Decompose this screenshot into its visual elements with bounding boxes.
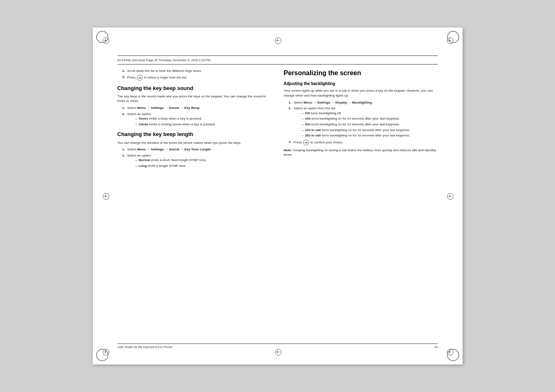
section2-step1: Select Menu → Settings → Sound → Key Ton… [122,147,272,152]
reg-mark-mr [446,192,454,200]
reg-mark-bm [274,348,281,355]
circle-mark-br [447,349,459,361]
option-30s-in-call: 30s in call turns backlighting on for 10… [302,133,438,138]
backlight-step3: Press ok to confirm your choice. [289,140,438,145]
section2-step1-bold: Menu → Settings → Sound → Key Tone Lengt… [137,148,211,151]
content-area: Scroll down the list to hear the differe… [117,69,438,338]
reg-mark-tm [274,37,281,44]
section2-option-long: Long emits a longer DTMF tone. [136,164,272,168]
section2-steps: Select Menu → Settings → Sound → Key Ton… [122,147,272,168]
section2-step2: Select an option: Normal emits a short, … [122,153,272,168]
right-column: Personalizing the screen Adjusting the b… [284,69,438,338]
section1-option-clicks: Clicks emits a clicking sound when a key… [136,122,272,127]
option-10s-in-call: 10s in call turns backlighting on for 10… [302,128,438,133]
backlight-step1: Select Menu → Settings → Display → Backl… [289,100,438,105]
section1-steps: Select Menu → Settings → Sound → Key Bee… [122,106,272,127]
main-title: Personalizing the screen [284,69,438,78]
page-container: 82-K5456-1EN.book Page 25 Thursday, Nove… [0,0,555,392]
section1-body: The key beep is the sound made whe you p… [117,94,272,104]
option-30s: 30s turns backlighting on for 10 seconds… [302,122,438,127]
circle-mark-bl [96,349,108,361]
footer-left: User Guide for the Kyocera K112 Phone [117,345,173,349]
backlight-steps: Select Menu → Settings → Display → Backl… [289,100,438,145]
section2-body: You can change the duration of the tones… [117,141,272,145]
page-header: 82-K5456-1EN.book Page 25 Thursday, Nove… [117,55,438,65]
step1-bold: Menu → Settings → Display → Backlighting [304,101,372,104]
reg-mark-ml [102,192,109,200]
circle-mark-tr [447,31,459,43]
option-10s: 10s turns backlighting on for 10 seconds… [302,116,438,121]
note-text: Note: Keeping backlighting on during a c… [284,148,438,157]
backlight-options: Off turns backlighting off. 10s turns ba… [302,111,438,138]
intro-item-2: Scroll down the list to hear the differe… [122,69,272,74]
page-footer: User Guide for the Kyocera K112 Phone 25 [117,344,438,349]
book-page: 82-K5456-1EN.book Page 25 Thursday, Nove… [93,28,463,364]
left-column: Scroll down the list to hear the differe… [117,69,272,338]
section1-heading: Changing the key beep sound [117,85,272,92]
subsection-title: Adjusting the backlighting [284,81,438,87]
intro-item-3: Press ok to select a ringer from the lis… [122,75,272,81]
intro-text: Your screen lights up while you are in a… [284,88,438,98]
section1-options: Tones emits a beep when a key is pressed… [136,116,272,127]
ok-button-icon-2: ok [303,140,309,145]
option-off: Off turns backlighting off. [302,111,438,116]
section1-option-tones: Tones emits a beep when a key is pressed… [136,116,272,121]
footer-page-number: 25 [434,345,438,349]
intro-list: Scroll down the list to hear the differe… [122,69,272,81]
header-text: 82-K5456-1EN.book Page 25 Thursday, Nove… [117,58,211,62]
section2-options: Normal emits a short, fixed length DTMF … [136,158,272,168]
section1-step2: Select an option: Tones emits a beep whe… [122,112,272,127]
circle-mark-tl [96,31,108,43]
ok-button-icon: ok [137,75,143,81]
section2-option-normal: Normal emits a short, fixed length DTMF … [136,158,272,163]
section2-heading: Changing the key beep length [117,131,272,138]
section1-step1-bold: Menu → Settings → Sound → Key Beep [137,106,199,110]
backlight-step2: Select an option from the list: Off turn… [289,106,438,138]
section1-step1: Select Menu → Settings → Sound → Key Bee… [122,106,272,111]
